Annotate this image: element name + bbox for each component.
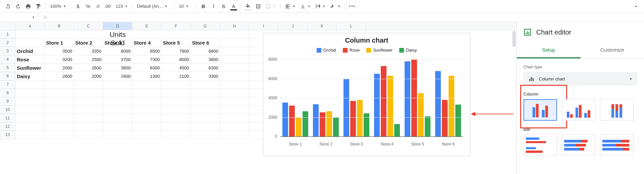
cell[interactable]: 6300 xyxy=(132,64,162,72)
cell[interactable] xyxy=(45,89,74,97)
column-header[interactable]: H xyxy=(220,22,249,30)
cell[interactable] xyxy=(74,30,103,39)
cell[interactable]: 2000 xyxy=(45,64,74,72)
decrease-decimal-button[interactable]: .0↓ xyxy=(93,2,103,11)
cell[interactable] xyxy=(220,114,249,122)
cell[interactable] xyxy=(220,106,249,114)
cell[interactable]: 3800 xyxy=(191,55,220,64)
cell[interactable] xyxy=(103,122,132,131)
cell[interactable] xyxy=(220,97,249,106)
cell[interactable]: 3500 xyxy=(45,47,74,55)
cell[interactable]: 3300 xyxy=(191,72,220,80)
column-header[interactable]: L xyxy=(337,22,366,30)
undo-button[interactable] xyxy=(3,2,13,11)
paint-format-button[interactable] xyxy=(34,2,43,11)
cell[interactable]: 2000 xyxy=(74,72,103,80)
cell[interactable]: Rose xyxy=(15,55,45,64)
vertical-align-button[interactable]: ▼ xyxy=(298,2,313,11)
cell[interactable] xyxy=(220,72,249,80)
cell[interactable] xyxy=(45,131,74,139)
cell[interactable] xyxy=(162,80,191,89)
cell[interactable]: 3350 xyxy=(74,47,103,55)
vertical-scrollbar[interactable] xyxy=(512,31,516,47)
spreadsheet-grid[interactable]: ABCDEFGHIJKL 1Units Sold2Store 1Store 2S… xyxy=(0,22,516,174)
borders-button[interactable] xyxy=(254,2,263,11)
chart-type-select[interactable]: Column chart ▼ xyxy=(523,72,637,85)
collapse-toolbar-button[interactable] xyxy=(631,2,641,11)
cell[interactable]: 2600 xyxy=(45,72,74,80)
cell[interactable] xyxy=(220,30,249,39)
cell[interactable] xyxy=(220,80,249,89)
cell[interactable]: 7300 xyxy=(132,55,162,64)
cell[interactable]: 2600 xyxy=(74,64,103,72)
row-header[interactable]: 4 xyxy=(0,55,15,64)
cell[interactable] xyxy=(191,114,220,122)
font-size-select[interactable]: 10▼ xyxy=(177,2,194,11)
cell[interactable]: 3700 xyxy=(103,55,132,64)
italic-button[interactable]: I xyxy=(209,2,218,11)
row-header[interactable]: 11 xyxy=(0,114,15,122)
cell[interactable] xyxy=(220,55,249,64)
cell[interactable]: 2100 xyxy=(162,72,191,80)
cell[interactable] xyxy=(191,106,220,114)
cell[interactable] xyxy=(15,30,45,39)
cell[interactable] xyxy=(220,131,249,139)
cell[interactable] xyxy=(103,114,132,122)
thumb-column-grouped[interactable] xyxy=(523,99,557,121)
cell[interactable]: Store 4 xyxy=(132,39,162,47)
cell[interactable] xyxy=(45,114,74,122)
cell[interactable] xyxy=(45,80,74,89)
cell[interactable] xyxy=(162,30,191,39)
print-button[interactable] xyxy=(24,2,33,11)
embedded-chart[interactable]: Column chart OrchidRoseSunflowerDaisy 80… xyxy=(263,33,470,156)
percent-button[interactable]: % xyxy=(83,2,93,11)
cell[interactable] xyxy=(132,106,162,114)
cell[interactable] xyxy=(191,122,220,131)
cell[interactable] xyxy=(162,106,191,114)
cell[interactable] xyxy=(74,106,103,114)
cell[interactable]: 4500 xyxy=(162,64,191,72)
cell[interactable]: 6500 xyxy=(132,47,162,55)
cell[interactable] xyxy=(132,114,162,122)
cell[interactable] xyxy=(103,80,132,89)
cell[interactable] xyxy=(162,97,191,106)
column-header[interactable]: K xyxy=(308,22,337,30)
bold-button[interactable]: B xyxy=(199,2,208,11)
cell[interactable] xyxy=(220,39,249,47)
cell[interactable] xyxy=(15,39,45,47)
more-button[interactable]: ••• xyxy=(348,2,357,11)
cell[interactable]: Store 6 xyxy=(191,39,220,47)
currency-button[interactable]: $ xyxy=(73,2,83,11)
cell[interactable]: Store 3 xyxy=(103,39,132,47)
cell[interactable] xyxy=(45,30,74,39)
cell[interactable] xyxy=(132,97,162,106)
cell[interactable] xyxy=(74,122,103,131)
row-header[interactable]: 10 xyxy=(0,106,15,114)
cell[interactable] xyxy=(15,89,45,97)
column-header[interactable]: F xyxy=(162,22,191,30)
row-header[interactable]: 7 xyxy=(0,80,15,89)
cell[interactable] xyxy=(220,47,249,55)
cell[interactable]: Sunflower xyxy=(15,64,45,72)
thumb-bar-stacked[interactable] xyxy=(562,134,595,156)
text-wrap-button[interactable]: ▼ xyxy=(313,2,328,11)
cell[interactable]: 6800 xyxy=(191,47,220,55)
cell[interactable] xyxy=(191,131,220,139)
cell[interactable]: 3800 xyxy=(103,64,132,72)
cell[interactable]: 3200 xyxy=(45,55,74,64)
cell[interactable]: Orchid xyxy=(15,47,45,55)
column-header[interactable]: D xyxy=(103,22,132,30)
cell[interactable]: 1300 xyxy=(132,72,162,80)
cell[interactable] xyxy=(191,89,220,97)
cell[interactable] xyxy=(15,80,45,89)
cell[interactable] xyxy=(15,131,45,139)
column-header[interactable]: C xyxy=(74,22,103,30)
cell[interactable] xyxy=(74,131,103,139)
row-header[interactable]: 1 xyxy=(0,30,15,39)
tab-setup[interactable]: Setup xyxy=(517,42,581,58)
row-header[interactable]: 8 xyxy=(0,89,15,97)
text-color-button[interactable]: A xyxy=(229,2,238,11)
thumb-bar-grouped[interactable] xyxy=(523,134,557,156)
cell[interactable] xyxy=(162,89,191,97)
row-header[interactable]: 9 xyxy=(0,97,15,106)
